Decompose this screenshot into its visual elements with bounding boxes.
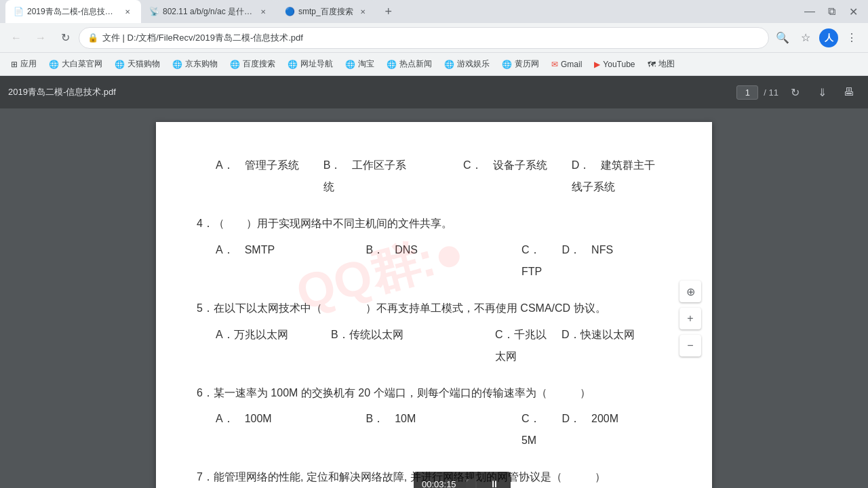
pdf-download-button[interactable]: ⇓	[811, 81, 833, 103]
media-pause-button[interactable]: ⏸	[486, 476, 502, 488]
bookmark-youtube[interactable]: ▶ YouTube	[589, 58, 640, 71]
media-controls: 00:03:15 ⬛ ⏸	[414, 472, 511, 488]
question-5-options: A．万兆以太网 B．传统以太网 C．千兆以太网 D．快速以太网	[197, 324, 671, 367]
toolbar-icons: 🔍 ☆ 人 ⋮	[772, 27, 863, 49]
back-button[interactable]: ←	[5, 27, 27, 49]
q5-option-a: A．万兆以太网	[210, 324, 326, 367]
q5-option-b: B．传统以太网	[326, 324, 441, 367]
search-bookmarks-button[interactable]: 🔍	[772, 27, 793, 49]
secure-icon: 🔒	[87, 33, 98, 43]
pdf-container: 2019青岛二模-信息技术.pdf / 11 ↻ ⇓ 🖶 QQ群:● A． 管理…	[0, 76, 868, 488]
menu-button[interactable]: ⋮	[841, 27, 863, 49]
minimize-button[interactable]: —	[800, 2, 819, 21]
bookmark-tmall-icon: 🌐	[115, 60, 125, 69]
q6-option-c: C． 5M	[440, 408, 557, 451]
pdf-page-input[interactable]	[736, 85, 758, 100]
tab-smtp[interactable]: 🔵 smtp_百度搜索 ✕	[277, 0, 376, 23]
bookmark-nav-icon: 🌐	[288, 60, 298, 69]
bookmark-almanac[interactable]: 🌐 黄历网	[496, 56, 545, 72]
bookmark-taobao[interactable]: 🌐 淘宝	[340, 56, 380, 72]
question-4: 4．（ ）用于实现网络中不同主机间的文件共享。 A． SMTP B． DNS C…	[197, 214, 671, 283]
bookmark-almanac-icon: 🌐	[502, 60, 512, 69]
bookmark-apps[interactable]: ⊞ 应用	[5, 56, 42, 72]
question-6-options: A． 100M B． 10M C． 5M D． 200M	[197, 408, 671, 451]
bookmark-maps[interactable]: 🗺 地图	[642, 56, 680, 72]
pdf-page: QQ群:● A． 管理子系统 B． 工作区子系统 C． 设备子系统 D． 建筑群…	[156, 122, 712, 488]
bookmark-almanac-label: 黄历网	[515, 58, 539, 70]
question-4-options: A． SMTP B． DNS C． FTP D． NFS	[197, 239, 671, 283]
bookmarks-bar: ⊞ 应用 🌐 大白菜官网 🌐 天猫购物 🌐 京东购物 🌐 百度搜索 🌐 网址导航…	[0, 53, 868, 76]
new-tab-button[interactable]: +	[379, 2, 398, 21]
tab-smtp-close[interactable]: ✕	[357, 6, 368, 17]
bookmark-gmail-label: Gmail	[561, 60, 582, 69]
q4-option-c: C． FTP	[440, 239, 557, 283]
pdf-toolbar: 2019青岛二模-信息技术.pdf / 11 ↻ ⇓ 🖶	[0, 76, 868, 108]
bookmark-dabai-label: 大白菜官网	[62, 58, 102, 70]
option-prev-a: A． 管理子系统	[210, 155, 304, 198]
tab-pdf-close[interactable]: ✕	[122, 6, 133, 17]
question-6: 6．某一速率为 100M 的交换机有 20 个端口，则每个端口的传输速率为（ ）…	[197, 384, 671, 452]
bookmark-tmall-label: 天猫购物	[127, 58, 160, 70]
reload-button[interactable]: ↻	[54, 27, 76, 49]
bookmark-youtube-icon: ▶	[594, 60, 600, 69]
q5-option-d: D．快速以太网	[556, 324, 671, 367]
bookmark-news[interactable]: 🌐 热点新闻	[381, 56, 437, 72]
tab-pdf[interactable]: 📄 2019青岛二模-信息技术.pdf ✕	[5, 0, 141, 23]
bookmark-jd[interactable]: 🌐 京东购物	[167, 56, 223, 72]
option-prev-d: D． 建筑群主干线子系统	[566, 155, 671, 198]
bookmark-baidu-label: 百度搜索	[243, 58, 275, 70]
toolbar: ← → ↻ 🔒 文件 | D:/文档/FileRecv/2019青岛二模-信息技…	[0, 23, 868, 53]
zoom-out-button[interactable]: −	[679, 335, 701, 357]
bookmark-jd-icon: 🌐	[172, 60, 182, 69]
bookmark-dabai[interactable]: 🌐 大白菜官网	[43, 56, 108, 72]
bookmark-tmall[interactable]: 🌐 天猫购物	[109, 56, 165, 72]
q5-option-c: C．千兆以太网	[441, 324, 556, 367]
bookmark-maps-label: 地图	[658, 58, 675, 70]
question-6-text: 6．某一速率为 100M 的交换机有 20 个端口，则每个端口的传输速率为（ ）	[197, 384, 671, 403]
option-prev-b: B． 工作区子系统	[318, 155, 422, 198]
tab-wifi[interactable]: 📡 802.11 a/b/g/n/ac 是什么以及... ✕	[141, 0, 277, 23]
pdf-controls: / 11	[736, 85, 778, 100]
tab-smtp-title: smtp_百度搜索	[298, 6, 353, 18]
browser-window: 📄 2019青岛二模-信息技术.pdf ✕ 📡 802.11 a/b/g/n/a…	[0, 0, 868, 488]
bookmark-dabai-icon: 🌐	[49, 60, 59, 69]
question-4-text: 4．（ ）用于实现网络中不同主机间的文件共享。	[197, 214, 671, 234]
bookmark-youtube-label: YouTube	[603, 60, 635, 69]
bookmark-button[interactable]: ☆	[795, 27, 816, 49]
bookmark-baidu[interactable]: 🌐 百度搜索	[224, 56, 281, 72]
side-controls: ⊕ + −	[679, 281, 701, 357]
profile-button[interactable]: 人	[819, 28, 838, 47]
q6-option-d: D． 200M	[557, 408, 671, 451]
pdf-title: 2019青岛二模-信息技术.pdf	[8, 86, 731, 98]
pdf-scroll-area[interactable]: QQ群:● A． 管理子系统 B． 工作区子系统 C． 设备子系统 D． 建筑群…	[0, 108, 868, 488]
pdf-reload-button[interactable]: ↻	[784, 81, 806, 103]
tab-pdf-favicon: 📄	[14, 7, 23, 16]
tab-wifi-title: 802.11 a/b/g/n/ac 是什么以及...	[163, 6, 254, 18]
pdf-print-button[interactable]: 🖶	[838, 81, 860, 103]
address-bar[interactable]: 🔒 文件 | D:/文档/FileRecv/2019青岛二模-信息技术.pdf	[79, 27, 769, 49]
tab-wifi-close[interactable]: ✕	[258, 6, 269, 17]
bookmark-gmail[interactable]: ✉ Gmail	[546, 58, 587, 71]
bookmark-news-icon: 🌐	[387, 60, 397, 69]
address-text: 文件 | D:/文档/FileRecv/2019青岛二模-信息技术.pdf	[102, 32, 760, 44]
maximize-button[interactable]: ⧉	[822, 2, 841, 21]
expand-button[interactable]: ⊕	[679, 281, 701, 302]
media-stop-button[interactable]: ⬛	[463, 476, 479, 488]
bookmark-game[interactable]: 🌐 游戏娱乐	[439, 56, 495, 72]
close-button[interactable]: ✕	[844, 2, 863, 21]
title-bar: 📄 2019青岛二模-信息技术.pdf ✕ 📡 802.11 a/b/g/n/a…	[0, 0, 868, 23]
question-prev-options: A． 管理子系统 B． 工作区子系统 C． 设备子系统 D． 建筑群主干线子系统	[197, 155, 671, 198]
media-time: 00:03:15	[422, 479, 456, 489]
question-5-text: 5．在以下以太网技术中（ ）不再支持单工模式，不再使用 CSMA/CD 协议。	[197, 299, 671, 319]
zoom-in-button[interactable]: +	[679, 308, 701, 329]
tab-smtp-favicon: 🔵	[285, 7, 294, 16]
bookmark-nav-label: 网址导航	[300, 58, 333, 70]
bookmark-game-label: 游戏娱乐	[457, 58, 490, 70]
bookmark-nav[interactable]: 🌐 网址导航	[282, 56, 338, 72]
q4-option-a: A． SMTP	[210, 239, 325, 283]
bookmark-apps-label: 应用	[20, 58, 37, 70]
q4-option-d: D． NFS	[557, 239, 671, 283]
bookmark-gmail-icon: ✉	[551, 60, 558, 69]
forward-button[interactable]: →	[30, 27, 52, 49]
q4-option-b: B． DNS	[325, 239, 439, 283]
